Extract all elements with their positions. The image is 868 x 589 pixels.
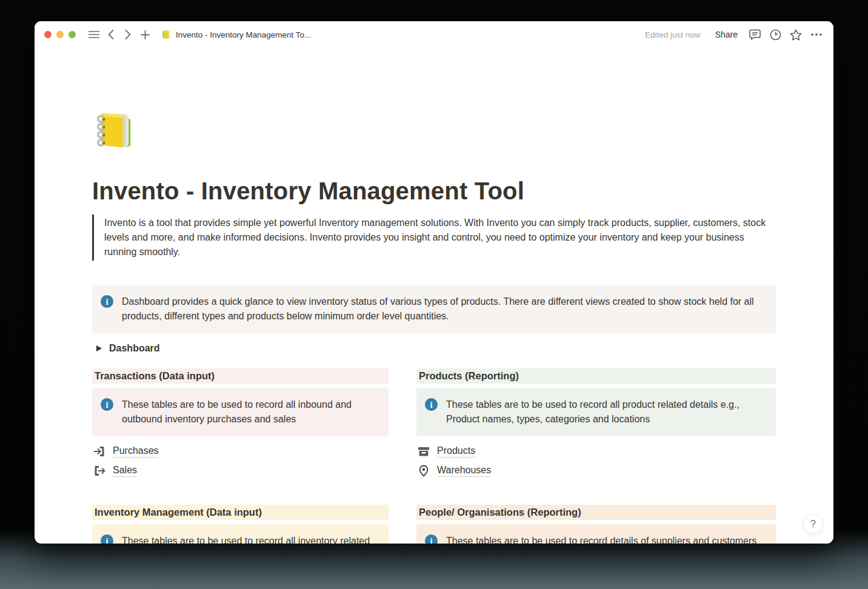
section-callout-text: These tables are to be used to record de… [446,534,756,544]
titlebar-actions: Edited just now Share [645,27,824,42]
page-link-label[interactable]: Purchases [113,445,159,458]
page-link-label[interactable]: Products [437,445,475,458]
app-window: Invento - Inventory Management To... Edi… [35,21,833,544]
page-body: Invento - Inventory Management Tool Inve… [35,106,833,544]
more-options-icon[interactable] [809,27,824,42]
page-link-products[interactable]: Products [416,442,776,461]
section-header: Inventory Management (Data input) [92,505,389,520]
info-icon: i [101,534,113,544]
maximize-window-button[interactable] [68,31,76,38]
intro-quote: Invento is a tool that provides simple y… [92,215,776,261]
history-icon[interactable] [768,27,783,42]
info-icon: i [101,398,113,411]
info-icon: i [425,534,438,544]
share-button[interactable]: Share [712,27,741,42]
section-callout-text: These tables are to be used to record al… [122,398,379,427]
titlebar: Invento - Inventory Management To... Edi… [35,21,833,48]
section-products: Products (Reporting) i These tables are … [416,368,776,480]
section-callout: i These tables are to be used to record … [92,388,389,436]
section-callout-text: These tables are to be used to record al… [122,534,379,544]
info-icon: i [101,295,113,308]
desktop: { "colors": { "text": "#37352f", "info_b… [0,0,868,589]
section-links: Products Warehouses [416,442,776,480]
help-button[interactable]: ? [803,514,823,534]
page-link-purchases[interactable]: Purchases [92,442,389,461]
section-header: People/ Organisations (Reporting) [416,505,776,520]
new-tab-icon[interactable] [138,27,152,42]
info-icon: i [425,398,438,411]
edited-status: Edited just now [645,30,701,39]
sidebar-menu-icon[interactable] [87,27,101,42]
location-pin-icon [418,465,430,477]
section-header: Transactions (Data input) [92,368,389,384]
columns-row-2: Inventory Management (Data input) i Thes… [92,505,776,544]
minimize-window-button[interactable] [56,31,64,38]
page-link-sales[interactable]: Sales [92,462,389,480]
section-inventory-management: Inventory Management (Data input) i Thes… [92,505,389,544]
back-icon[interactable] [104,27,118,42]
page-emoji-notebook-icon[interactable] [92,106,139,153]
dashboard-callout-text: Dashboard provides a quick glance to vie… [122,294,766,324]
section-header: Products (Reporting) [416,368,776,384]
dashboard-callout: i Dashboard provides a quick glance to v… [92,285,776,333]
comments-icon[interactable] [747,27,762,42]
favorite-star-icon[interactable] [789,27,803,42]
card-box-icon [418,445,430,458]
dashboard-toggle-label: Dashboard [109,343,160,354]
dashboard-toggle[interactable]: Dashboard [92,341,776,356]
notebook-tab-icon [161,30,171,40]
section-people-organisations: People/ Organisations (Reporting) i Thes… [416,505,776,544]
nav-controls [87,27,152,42]
close-window-button[interactable] [44,31,52,38]
page-link-label[interactable]: Sales [113,465,137,477]
tab-title: Invento - Inventory Management To... [176,30,311,39]
section-callout: i These tables are to be used to record … [416,524,776,544]
export-icon [93,465,105,477]
page-link-warehouses[interactable]: Warehouses [416,462,776,480]
section-links: Purchases Sales [92,442,389,480]
forward-icon[interactable] [121,27,135,42]
section-callout-text: These tables are to be used to record al… [446,398,766,427]
import-icon [93,445,105,458]
toggle-arrow-icon[interactable] [96,345,102,351]
page-link-label[interactable]: Warehouses [437,465,491,477]
page-title: Invento - Inventory Management Tool [92,178,776,205]
section-callout: i These tables are to be used to record … [92,524,389,544]
breadcrumb[interactable]: Invento - Inventory Management To... [161,30,311,40]
section-transactions: Transactions (Data input) i These tables… [92,368,389,480]
window-controls [44,31,76,38]
columns-row-1: Transactions (Data input) i These tables… [92,368,776,480]
section-callout: i These tables are to be used to record … [416,388,776,436]
